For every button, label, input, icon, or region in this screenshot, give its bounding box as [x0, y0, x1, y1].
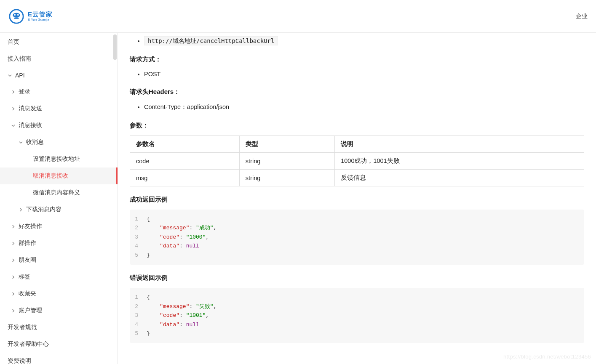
- table-cell: msg: [130, 170, 240, 186]
- svg-point-3: [14, 14, 16, 16]
- code-block-error: 1{2 "message": "失败",3 "code": "1001",4 "…: [130, 288, 584, 343]
- table-cell: string: [239, 170, 334, 186]
- code-block-success: 1{2 "message": "成功",3 "code": "1000",4 "…: [130, 210, 584, 265]
- chevron-right-icon: [11, 90, 15, 94]
- nav-item-3[interactable]: 登录: [0, 83, 118, 100]
- nav-item-14[interactable]: 标签: [0, 268, 118, 285]
- params-table: 参数名类型说明 codestring1000成功，1001失败msgstring…: [130, 136, 584, 186]
- nav-item-15[interactable]: 收藏夹: [0, 285, 118, 302]
- code-line: 4 "data": null: [130, 242, 584, 250]
- line-code: {: [147, 293, 150, 302]
- table-cell: string: [239, 153, 334, 170]
- nav-label: 收消息: [26, 138, 110, 146]
- line-number: 1: [130, 215, 147, 223]
- nav-label: 收藏夹: [19, 290, 110, 298]
- table-row: codestring1000成功，1001失败: [130, 153, 584, 170]
- nav-item-13[interactable]: 朋友圈: [0, 252, 118, 268]
- table-cell: 反馈信息: [335, 170, 584, 186]
- chevron-right-icon: [11, 292, 15, 296]
- sidebar: 首页接入指南API登录消息发送消息接收收消息设置消息接收地址取消消息接收微信消息…: [0, 33, 118, 364]
- chevron-right-icon: [19, 207, 23, 212]
- code-line: 3 "code": "1001",: [130, 311, 584, 320]
- nav-label: 设置消息接收地址: [33, 155, 110, 163]
- line-code: "message": "成功",: [147, 223, 216, 232]
- line-code: "code": "1001",: [147, 311, 209, 320]
- nav-item-0[interactable]: 首页: [0, 34, 118, 50]
- heading-headers: 请求头Headers：: [130, 88, 584, 96]
- line-code: }: [147, 251, 150, 260]
- nav-label: 消息接收: [19, 122, 110, 129]
- nav-item-11[interactable]: 好友操作: [0, 218, 118, 235]
- svg-point-1: [13, 13, 20, 17]
- scrollbar-thumb[interactable]: [113, 35, 117, 60]
- code-line: 3 "code": "1000",: [130, 233, 584, 242]
- logo-subtitle: E Yun Guanjia: [28, 18, 53, 21]
- nav-label: 取消消息接收: [33, 172, 109, 180]
- endpoint-code: http://域名地址/cancelHttpCallbackUrl: [144, 36, 278, 45]
- nav-item-6[interactable]: 收消息: [0, 134, 118, 151]
- chevron-right-icon: [11, 106, 15, 111]
- chevron-down-icon: [8, 73, 12, 77]
- code-line: 1{: [130, 215, 584, 223]
- method-item: POST: [144, 69, 584, 79]
- line-number: 4: [130, 320, 147, 329]
- table-header: 说明: [335, 136, 584, 153]
- chevron-right-icon: [11, 258, 15, 262]
- nav-item-17[interactable]: 开发者规范: [0, 319, 118, 336]
- headers-item: Content-Type：application/json: [144, 102, 584, 112]
- chevron-right-icon: [11, 308, 15, 313]
- nav-item-16[interactable]: 账户管理: [0, 302, 118, 319]
- line-number: 1: [130, 293, 147, 302]
- nav-label: 朋友圈: [19, 256, 110, 264]
- nav-label: 资费说明: [8, 357, 110, 364]
- nav-item-10[interactable]: 下载消息内容: [0, 201, 118, 218]
- nav-label: 登录: [19, 88, 110, 96]
- line-number: 5: [130, 329, 147, 338]
- nav-item-18[interactable]: 开发者帮助中心: [0, 336, 118, 353]
- code-line: 2 "message": "失败",: [130, 302, 584, 311]
- logo-icon: [8, 8, 24, 24]
- chevron-down-icon: [11, 123, 15, 128]
- line-number: 2: [130, 302, 147, 311]
- chevron-right-icon: [11, 275, 15, 279]
- nav-label: 账户管理: [19, 307, 110, 314]
- line-code: "data": null: [147, 320, 199, 329]
- line-code: "data": null: [147, 242, 199, 250]
- line-code: }: [147, 329, 150, 338]
- nav-item-12[interactable]: 群操作: [0, 235, 118, 252]
- endpoint-item: http://域名地址/cancelHttpCallbackUrl: [144, 36, 584, 46]
- nav-label: 接入指南: [8, 55, 110, 63]
- nav-item-9[interactable]: 微信消息内容释义: [0, 184, 118, 201]
- nav-item-8[interactable]: 取消消息接收: [0, 167, 118, 184]
- nav-item-1[interactable]: 接入指南: [0, 50, 118, 67]
- line-code: "message": "失败",: [147, 302, 216, 311]
- table-row: msgstring反馈信息: [130, 170, 584, 186]
- chevron-right-icon: [11, 241, 15, 245]
- logo-title: E云管家: [28, 11, 53, 17]
- nav-label: 标签: [19, 273, 110, 281]
- nav-item-19[interactable]: 资费说明: [0, 353, 118, 364]
- logo[interactable]: E云管家 E Yun Guanjia: [8, 8, 53, 24]
- nav-item-7[interactable]: 设置消息接收地址: [0, 151, 118, 167]
- nav-label: 微信消息内容释义: [33, 189, 110, 197]
- header-right-text[interactable]: 企业: [576, 13, 588, 20]
- table-cell: 1000成功，1001失败: [335, 153, 584, 170]
- line-number: 3: [130, 311, 147, 320]
- nav-item-5[interactable]: 消息接收: [0, 117, 118, 134]
- code-line: 1{: [130, 293, 584, 302]
- nav-label: 首页: [8, 38, 110, 46]
- line-number: 2: [130, 223, 147, 232]
- code-line: 5}: [130, 251, 584, 260]
- nav-label: 好友操作: [19, 223, 110, 230]
- nav-label: API: [15, 72, 110, 79]
- heading-params: 参数：: [130, 122, 584, 130]
- nav-item-2[interactable]: API: [0, 67, 118, 83]
- main-content: http://域名地址/cancelHttpCallbackUrl 请求方式： …: [118, 33, 596, 364]
- code-line: 5}: [130, 329, 584, 338]
- line-code: "code": "1000",: [147, 233, 209, 242]
- nav-label: 开发者规范: [8, 324, 110, 331]
- nav-item-4[interactable]: 消息发送: [0, 100, 118, 117]
- code-line: 4 "data": null: [130, 320, 584, 329]
- heading-success: 成功返回示例: [130, 196, 584, 204]
- scroll-up-icon[interactable]: [112, 33, 118, 33]
